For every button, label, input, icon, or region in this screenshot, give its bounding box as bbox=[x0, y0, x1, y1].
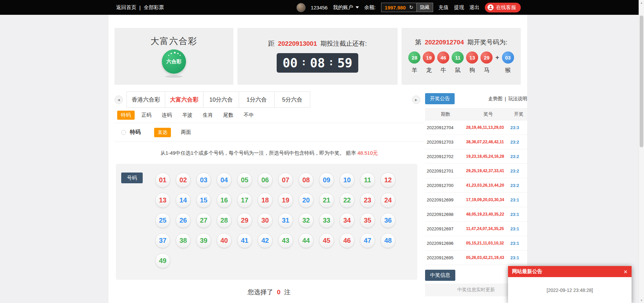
number-ball[interactable]: 29 bbox=[237, 213, 252, 228]
number-ball[interactable]: 12 bbox=[380, 173, 396, 188]
number-ball[interactable]: 43 bbox=[278, 233, 293, 248]
headset-icon bbox=[488, 4, 494, 10]
number-ball[interactable]: 45 bbox=[319, 233, 334, 248]
scroll-down-icon[interactable]: ▼ bbox=[639, 298, 644, 303]
number-ball[interactable]: 48 bbox=[380, 233, 396, 248]
trend-chart-link[interactable]: 走势图 bbox=[488, 96, 502, 102]
number-ball[interactable]: 32 bbox=[298, 213, 314, 228]
prev-arrow-button[interactable]: ◀ bbox=[114, 96, 123, 104]
table-row[interactable]: 20220912703 38,36,07,22,46,42,11 23:2 bbox=[425, 135, 527, 149]
scroll-up-icon[interactable]: ▲ bbox=[639, 0, 644, 5]
game-tab[interactable]: 1分六合 bbox=[239, 91, 275, 108]
number-ball[interactable]: 15 bbox=[196, 193, 211, 208]
number-ball[interactable]: 21 bbox=[319, 193, 334, 208]
rules-link[interactable]: 玩法说明 bbox=[508, 96, 527, 102]
table-row[interactable]: 20220912697 11,47,24,07,34,35,25 23:1 bbox=[425, 222, 527, 236]
number-ball[interactable]: 17 bbox=[237, 193, 252, 208]
play-type-tab[interactable]: 生肖 bbox=[199, 111, 217, 120]
number-ball[interactable]: 28 bbox=[217, 213, 232, 228]
customer-service-button[interactable]: 在线客服 bbox=[485, 3, 521, 12]
number-ball[interactable]: 31 bbox=[278, 213, 293, 228]
play-type-tab[interactable]: 特码 bbox=[117, 111, 135, 120]
number-ball[interactable]: 06 bbox=[258, 173, 273, 188]
table-row[interactable]: 20220912704 28,19,46,11,13,29,03 23:3 bbox=[425, 120, 527, 135]
play-type-tab[interactable]: 尾数 bbox=[220, 111, 237, 120]
number-ball[interactable]: 24 bbox=[380, 193, 396, 208]
number-ball[interactable]: 30 bbox=[258, 213, 273, 228]
number-ball[interactable]: 39 bbox=[196, 233, 211, 248]
number-ball[interactable]: 38 bbox=[176, 233, 191, 248]
game-tab[interactable]: 10分六合 bbox=[203, 91, 239, 108]
page-scrollbar[interactable]: ▲ ▼ bbox=[639, 0, 644, 303]
number-ball[interactable]: 25 bbox=[155, 213, 170, 228]
table-row[interactable]: 20220912695 05,26,03,42,21,19,43 23:1 bbox=[425, 251, 527, 265]
recharge-link[interactable]: 充值 bbox=[439, 4, 449, 11]
number-ball[interactable]: 19 bbox=[278, 193, 293, 208]
number-ball[interactable]: 36 bbox=[380, 213, 396, 228]
time-cell: 23:1 bbox=[510, 197, 527, 202]
lottery-logo-icon: 六合彩 bbox=[162, 49, 186, 74]
table-row[interactable]: 20220912696 05,15,21,11,03,10,32 23:1 bbox=[425, 236, 527, 251]
number-ball[interactable]: 07 bbox=[278, 173, 293, 188]
scrollbar-thumb[interactable] bbox=[640, 15, 643, 147]
number-ball[interactable]: 05 bbox=[237, 173, 252, 188]
game-tab[interactable]: 香港六合彩 bbox=[127, 91, 165, 108]
table-row[interactable]: 20220912702 19,23,18,45,24,16,28 23:2 bbox=[425, 149, 527, 164]
number-ball[interactable]: 11 bbox=[360, 173, 375, 188]
draw-announcement-button[interactable]: 开奖公告 bbox=[425, 93, 455, 104]
number-ball[interactable]: 35 bbox=[360, 213, 375, 228]
number-ball[interactable]: 44 bbox=[298, 233, 314, 248]
number-ball[interactable]: 22 bbox=[339, 193, 355, 208]
game-tab[interactable]: 5分六合 bbox=[275, 91, 310, 108]
number-ball[interactable]: 10 bbox=[339, 173, 355, 188]
win-info-button[interactable]: 中奖信息 bbox=[425, 270, 455, 281]
play-type-tab[interactable]: 半波 bbox=[179, 111, 196, 120]
number-ball[interactable]: 16 bbox=[217, 193, 232, 208]
play-type-tab[interactable]: 不中 bbox=[240, 111, 258, 120]
account-menu[interactable]: 我的账户 bbox=[333, 4, 359, 11]
timer-colon: : bbox=[301, 56, 307, 68]
logout-link[interactable]: 退出 bbox=[469, 4, 479, 11]
game-tabs-bar: ◀ 香港六合彩 大富六合彩 10分六合 1分六合 5分六合 ▶ bbox=[114, 91, 424, 108]
game-tab[interactable]: 大富六合彩 bbox=[165, 91, 203, 108]
table-row[interactable]: 20220912698 48,05,19,23,40,35,22 23:1 bbox=[425, 207, 527, 222]
number-ball[interactable]: 41 bbox=[237, 233, 252, 248]
number-ball[interactable]: 27 bbox=[196, 213, 211, 228]
number-ball[interactable]: 23 bbox=[360, 193, 375, 208]
number-ball[interactable]: 01 bbox=[155, 173, 170, 188]
number-ball[interactable]: 46 bbox=[339, 233, 355, 248]
number-ball[interactable]: 42 bbox=[258, 233, 273, 248]
number-ball[interactable]: 03 bbox=[196, 173, 211, 188]
number-ball[interactable]: 18 bbox=[258, 193, 273, 208]
close-icon[interactable]: × bbox=[624, 268, 628, 275]
play-type-tab[interactable]: 正码 bbox=[138, 111, 155, 120]
number-ball[interactable]: 34 bbox=[339, 213, 355, 228]
number-ball[interactable]: 49 bbox=[155, 253, 170, 268]
refresh-icon[interactable]: ↻ bbox=[409, 4, 416, 10]
number-ball[interactable]: 40 bbox=[217, 233, 232, 248]
withdraw-link[interactable]: 提现 bbox=[454, 4, 464, 11]
number-ball[interactable]: 26 bbox=[176, 213, 191, 228]
number-ball[interactable]: 20 bbox=[298, 193, 314, 208]
hide-balance-button[interactable]: 隐藏 bbox=[416, 3, 433, 12]
time-cell: 23:1 bbox=[510, 241, 527, 246]
number-ball[interactable]: 37 bbox=[155, 233, 170, 248]
play-radio[interactable] bbox=[121, 130, 126, 135]
two-sides-mode-button[interactable]: 两面 bbox=[181, 129, 191, 136]
number-ball[interactable]: 02 bbox=[176, 173, 191, 188]
table-row[interactable]: 20220912701 29,25,19,42,37,33,41 23:2 bbox=[425, 164, 527, 178]
number-ball[interactable]: 33 bbox=[319, 213, 334, 228]
all-lottery-link[interactable]: 全部彩票 bbox=[144, 4, 164, 11]
number-ball[interactable]: 04 bbox=[217, 173, 232, 188]
home-link[interactable]: 返回首页 bbox=[116, 4, 136, 11]
table-row[interactable]: 20220912700 41,23,03,26,10,44,20 23:2 bbox=[425, 178, 527, 193]
next-arrow-button[interactable]: ▶ bbox=[412, 96, 420, 104]
number-ball[interactable]: 13 bbox=[155, 193, 170, 208]
number-ball[interactable]: 08 bbox=[298, 173, 314, 188]
number-ball[interactable]: 09 bbox=[319, 173, 334, 188]
direct-mode-button[interactable]: 直选 bbox=[154, 128, 171, 137]
table-row[interactable]: 20220912699 17,19,09,20,03,30,34 23:1 bbox=[425, 193, 527, 207]
play-type-tab[interactable]: 连码 bbox=[158, 111, 176, 120]
number-ball[interactable]: 47 bbox=[360, 233, 375, 248]
number-ball[interactable]: 14 bbox=[176, 193, 191, 208]
